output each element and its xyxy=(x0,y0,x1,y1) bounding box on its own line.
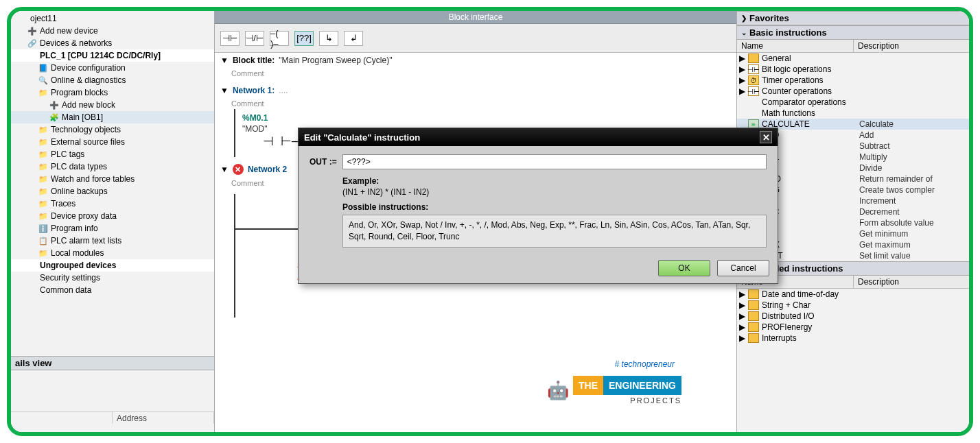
expand-icon[interactable]: ▶ xyxy=(738,75,745,85)
tree-item[interactable]: 📁Online backups xyxy=(11,185,214,197)
block-comment[interactable]: Comment xyxy=(215,68,736,79)
tree-item-label: Local modules xyxy=(51,248,104,258)
tool-box[interactable]: [??] xyxy=(294,31,314,46)
instruction-item[interactable]: ▶⏱Timer operations xyxy=(737,75,969,86)
contact-tag[interactable]: "MOD" xyxy=(242,124,268,134)
instruction-item[interactable]: ▶⊣⊢Bit logic operations xyxy=(737,64,969,75)
tree-item[interactable]: 📁Traces xyxy=(11,197,214,210)
tree-item[interactable]: 📁Device proxy data xyxy=(11,210,214,222)
tree-item[interactable]: 📁Program blocks xyxy=(11,86,214,99)
chevron-down-icon[interactable]: ⌄ xyxy=(741,29,747,36)
instruction-item[interactable]: ▶General xyxy=(737,53,969,64)
instruction-item[interactable]: Comparator operations xyxy=(737,97,969,108)
instruction-item[interactable]: ▶Distributed I/O xyxy=(737,311,969,322)
network-1-header[interactable]: ▼ Network 1: .... xyxy=(215,83,736,98)
network-1-comment[interactable]: Comment xyxy=(215,98,736,109)
folder-icon xyxy=(748,333,759,343)
tree-item[interactable]: oject11 xyxy=(11,12,214,25)
tree-item-icon: 📁 xyxy=(38,137,48,147)
tree-item[interactable]: 🧩Main [OB1] xyxy=(11,111,214,123)
expand-icon[interactable]: ▶ xyxy=(738,53,745,63)
tree-item[interactable]: 📁PLC tags xyxy=(11,148,214,160)
tree-item[interactable]: 📘Device configuration xyxy=(11,62,214,74)
tree-item[interactable]: ℹ️Program info xyxy=(11,222,214,235)
power-rail xyxy=(234,109,235,157)
instruction-item[interactable]: ▶String + Char xyxy=(737,300,969,311)
instruction-desc: Get minimum xyxy=(859,229,968,239)
project-tree[interactable]: oject11➕Add new device🔗Devices & network… xyxy=(11,11,214,356)
tree-item[interactable]: ➕Add new block xyxy=(11,99,214,111)
tree-item[interactable]: Security settings xyxy=(11,272,214,284)
tool-branch[interactable]: ↳ xyxy=(319,31,338,46)
extended-instructions-list[interactable]: ▶Date and time-of-day▶String + Char▶Dist… xyxy=(737,289,969,344)
basic-instructions-header[interactable]: ⌄ Basic instructions xyxy=(737,25,969,40)
tool-nc-contact[interactable]: ⊣/⊢ xyxy=(245,31,264,46)
contact-address[interactable]: %M0.1 xyxy=(242,113,268,123)
tree-item[interactable]: 🔍Online & diagnostics xyxy=(11,74,214,86)
collapse-network-2-icon[interactable]: ▼ xyxy=(220,165,229,174)
tree-item-icon xyxy=(27,285,37,295)
tree-item[interactable]: 📁Technology objects xyxy=(11,123,214,136)
instruction-item[interactable]: ▶Interrupts xyxy=(737,333,969,344)
collapse-network-1-icon[interactable]: ▼ xyxy=(220,86,229,95)
close-icon[interactable]: ✕ xyxy=(760,131,772,143)
tree-item-label: Common data xyxy=(40,285,91,295)
tree-item[interactable]: 📁External source files xyxy=(11,136,214,148)
instruction-desc: Subtract xyxy=(859,141,968,151)
tree-item-label: Device configuration xyxy=(51,63,126,73)
instruction-item[interactable]: Math functions xyxy=(737,108,969,119)
timer-icon: ⏱ xyxy=(748,75,759,85)
tree-item-icon: 🔗 xyxy=(27,38,37,48)
col-desc-ext[interactable]: Description xyxy=(854,276,969,288)
tool-branch-close[interactable]: ↲ xyxy=(344,31,363,46)
col-name[interactable]: Name xyxy=(737,40,854,52)
tree-item[interactable]: 📁Watch and force tables xyxy=(11,173,214,185)
instruction-item[interactable]: ▶PROFIenergy xyxy=(737,322,969,333)
expand-icon[interactable]: ▶ xyxy=(738,64,745,74)
chevron-right-icon[interactable]: ❯ xyxy=(741,14,747,22)
instruction-desc: Create twos compler xyxy=(859,185,968,195)
expand-icon[interactable]: ▶ xyxy=(738,311,745,321)
expand-icon[interactable]: ▶ xyxy=(738,322,745,332)
tree-item[interactable]: Common data xyxy=(11,284,214,296)
tree-item-icon: 📁 xyxy=(38,125,48,134)
tree-item[interactable]: 🔗Devices & networks xyxy=(11,37,214,49)
tree-item-icon: ℹ️ xyxy=(38,224,48,233)
tree-item-label: Watch and force tables xyxy=(51,174,135,184)
tree-item[interactable]: ➕Add new device xyxy=(11,25,214,37)
block-interface-header[interactable]: Block interface xyxy=(215,11,736,24)
tree-item[interactable]: PLC_1 [CPU 1214C DC/DC/Rly] xyxy=(11,49,214,62)
tool-no-contact[interactable]: ⊣⊢ xyxy=(220,31,240,46)
folder-icon xyxy=(748,289,759,299)
tree-item-label: External source files xyxy=(51,137,125,147)
expand-icon[interactable]: ▶ xyxy=(738,300,745,310)
bit-icon: ⊣⊢ xyxy=(748,86,759,96)
expand-icon[interactable]: ▶ xyxy=(738,86,745,96)
instruction-item[interactable]: ▶Date and time-of-day xyxy=(737,289,969,300)
instruction-name: Timer operations xyxy=(762,75,856,85)
folder-icon xyxy=(748,300,759,310)
tree-item[interactable]: 📁PLC data types xyxy=(11,160,214,173)
instruction-item[interactable]: ▶⊣⊢Counter operations xyxy=(737,86,969,97)
instruction-name: Counter operations xyxy=(762,86,856,96)
instruction-desc: Form absolute value xyxy=(859,218,968,228)
collapse-block-icon[interactable]: ▼ xyxy=(220,56,229,65)
tree-item-icon: 📁 xyxy=(38,149,48,159)
out-expression-input[interactable] xyxy=(342,154,767,169)
tree-item-label: Program blocks xyxy=(51,88,108,97)
tree-item-icon: 🔍 xyxy=(38,75,48,85)
expand-icon[interactable]: ▶ xyxy=(738,289,745,299)
col-desc[interactable]: Description xyxy=(854,40,969,52)
ok-button[interactable]: OK xyxy=(658,260,710,276)
robot-icon: 🤖 xyxy=(547,380,569,401)
tree-item[interactable]: 📋PLC alarm text lists xyxy=(11,235,214,247)
tree-item[interactable]: 📁Local modules xyxy=(11,247,214,259)
tool-coil[interactable]: –( )– xyxy=(270,31,289,46)
project-tree-panel: oject11➕Add new device🔗Devices & network… xyxy=(11,11,215,432)
tree-item[interactable]: Ungrouped devices xyxy=(11,259,214,272)
cancel-button[interactable]: Cancel xyxy=(717,260,769,276)
favorites-header[interactable]: ❯ Favorites xyxy=(737,11,969,25)
watermark: 🤖 THE ENGINEERING PROJECTS xyxy=(547,376,681,405)
block-title-value: "Main Program Sweep (Cycle)" xyxy=(279,56,392,65)
expand-icon[interactable]: ▶ xyxy=(738,333,745,343)
